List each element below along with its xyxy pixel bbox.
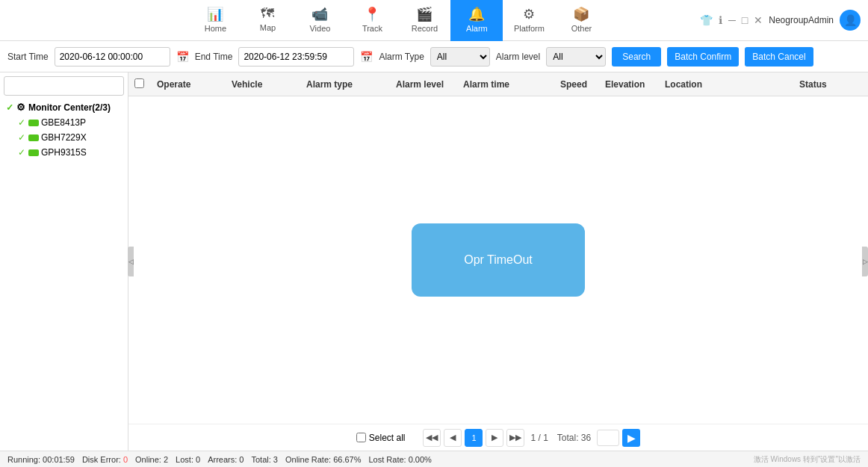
col-speed-header: Speed [554,79,599,90]
first-page-btn[interactable]: ◀◀ [423,429,441,447]
end-calendar-icon[interactable]: 📅 [360,51,373,63]
check-icon-1: ✓ [18,117,25,128]
nav-track-label: Track [362,24,382,33]
platform-icon: ⚙ [523,6,535,22]
nav-track[interactable]: 📍 Track [346,0,398,41]
disk-error-section: Disk Error: 0 [82,455,128,464]
shirt-icon[interactable]: 👕 [700,14,713,26]
arrears-section: Arrears: 0 [208,455,244,464]
nav-platform-label: Platform [514,24,545,33]
restore-icon[interactable]: □ [742,14,748,26]
map-icon: 🗺 [261,6,274,22]
batch-cancel-button[interactable]: Batch Cancel [745,47,813,67]
main-layout: ✓ ⚙ Monitor Center(2/3) ✓ GBE8413P ✓ GBH… [0,72,868,451]
check-icon-3: ✓ [18,147,25,158]
last-page-btn[interactable]: ▶▶ [506,429,524,447]
start-time-label: Start Time [7,52,49,62]
check-icon-2: ✓ [18,132,25,143]
lost-value: 0 [196,455,200,464]
alarm-level-select[interactable]: All [546,47,606,67]
timeout-container: Opr TimeOut [128,96,868,424]
page-go-btn[interactable]: ▶ [622,429,640,447]
page-1-btn[interactable]: 1 [465,429,483,447]
right-collapse-btn[interactable]: ▷ [862,247,868,276]
total-section: Total: 3 [251,455,277,464]
lost-label: Lost: [176,455,193,464]
alarm-type-select[interactable]: All [430,47,490,67]
col-status-header: Status [793,79,868,90]
record-icon: 🎬 [416,6,433,22]
select-all-label: Select all [369,433,406,443]
nav-video[interactable]: 📹 Video [294,0,346,41]
start-calendar-icon[interactable]: 📅 [176,51,189,63]
prev-page-btn[interactable]: ◀ [444,429,462,447]
arrears-value: 0 [239,455,244,464]
alarm-type-label: Alarm Type [379,52,424,62]
col-alarm-type-header: Alarm type [300,79,390,90]
table-header: Operate Vehicle Alarm type Alarm level A… [128,72,868,96]
user-avatar[interactable]: 👤 [840,10,861,31]
pagination-bar: Select all ◀◀ ◀ 1 ▶ ▶▶ 1 / 1 Total: 36 ▶ [128,424,868,451]
search-button[interactable]: Search [612,47,661,67]
lost-rate-label: Lost Rate: [368,455,406,464]
timeout-box: Opr TimeOut [412,223,585,297]
info-icon[interactable]: ℹ [719,14,722,26]
status-bar: Running: 00:01:59 Disk Error: 0 Online: … [0,451,868,467]
watermark-text: 激活 Windows 转到"设置"以激活 [754,454,861,465]
alarm-level-label: Alarm level [496,52,540,62]
sidebar-search-input[interactable] [4,76,124,96]
nav-record[interactable]: 🎬 Record [398,0,450,41]
nav-platform[interactable]: ⚙ Platform [503,0,555,41]
online-section: Online: 2 [135,455,168,464]
tree-label-1: GBE8413P [41,117,86,128]
status-badge-3 [28,149,39,156]
online-rate-section: Online Rate: 66.67% [285,455,362,464]
online-label: Online: [135,455,161,464]
avatar-icon: 👤 [844,14,857,26]
lost-rate-value: 0.00% [409,455,432,464]
nav-home[interactable]: 📊 Home [189,0,241,41]
col-alarm-level-header: Alarm level [390,79,457,90]
next-page-btn[interactable]: ▶ [486,429,503,447]
lost-rate-section: Lost Rate: 0.00% [368,455,431,464]
online-rate-value: 66.67% [333,455,361,464]
col-checkbox [128,78,151,90]
lost-section: Lost: 0 [176,455,200,464]
tree-label-3: GPH9315S [41,147,87,158]
left-collapse-btn[interactable]: ◁ [128,247,134,276]
end-time-input[interactable] [238,47,354,67]
col-alarm-time-header: Alarm time [457,79,554,90]
col-operate-header: Operate [151,79,226,90]
home-icon: 📊 [207,6,223,22]
col-elevation-header: Elevation [599,79,659,90]
nav-record-label: Record [412,24,438,33]
online-value: 2 [164,455,168,464]
username-label: NeogroupAdmin [769,15,834,25]
header-checkbox[interactable] [134,78,144,88]
nav-video-label: Video [309,24,330,33]
nav-home-label: Home [205,24,226,33]
top-nav: 📊 Home 🗺 Map 📹 Video 📍 Track 🎬 Record 🔔 … [0,0,868,41]
minimize-icon[interactable]: ─ [728,14,736,26]
batch-confirm-button[interactable]: Batch Confirm [667,47,739,67]
other-icon: 📦 [573,6,589,22]
page-jump-input[interactable] [597,430,619,446]
select-all-checkbox[interactable] [356,433,366,442]
nav-alarm[interactable]: 🔔 Alarm [450,0,503,41]
video-icon: 📹 [311,6,328,22]
start-time-input[interactable] [55,47,170,67]
status-badge-2 [28,134,39,141]
total-label: Total: [251,455,270,464]
folder-icon-root: ⚙ [16,102,25,113]
nav-alarm-label: Alarm [466,24,488,33]
tree-item-gph9315s[interactable]: ✓ GPH9315S [0,145,128,160]
disk-error-label: Disk Error: [82,455,121,464]
close-icon[interactable]: ✕ [754,14,763,26]
page-info: 1 / 1 [530,433,548,443]
nav-map[interactable]: 🗺 Map [241,0,294,41]
tree-item-gbh7229x[interactable]: ✓ GBH7229X [0,130,128,145]
nav-other[interactable]: 📦 Other [555,0,607,41]
tree-item-gbe8413p[interactable]: ✓ GBE8413P [0,115,128,130]
tree-root[interactable]: ✓ ⚙ Monitor Center(2/3) [0,99,128,115]
tree-label-2: GBH7229X [41,132,87,143]
